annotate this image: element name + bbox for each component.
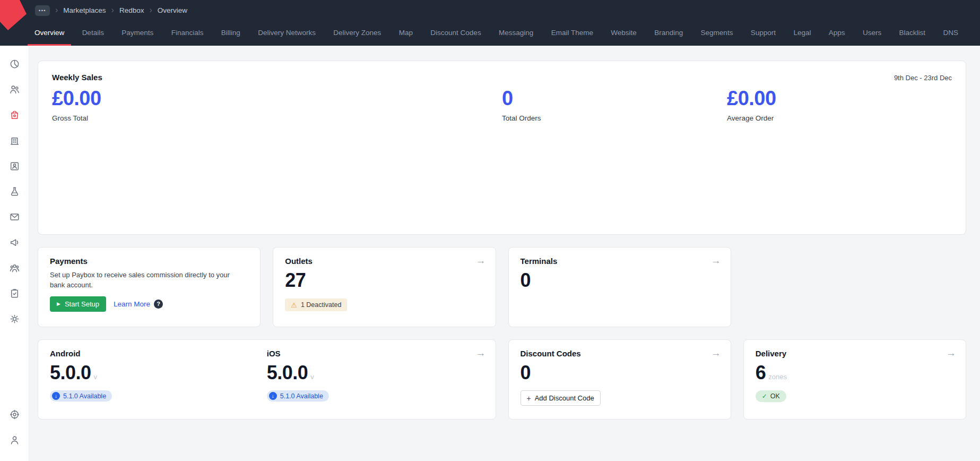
stat-average-order: £0.00 Average Order	[727, 87, 952, 122]
arrow-right-icon[interactable]: →	[476, 348, 486, 358]
tab-discount-codes[interactable]: Discount Codes	[423, 21, 488, 46]
cards-row-1: Payments Set up Paybox to receive sales …	[38, 247, 966, 327]
tab-map[interactable]: Map	[392, 21, 420, 46]
tab-overview[interactable]: Overview	[28, 21, 71, 46]
ellipsis-menu-button[interactable]: •••	[35, 5, 50, 16]
total-orders-label: Total Orders	[502, 114, 727, 122]
arrow-right-icon[interactable]: →	[711, 255, 721, 266]
customers-icon[interactable]	[4, 155, 24, 176]
franchises-icon[interactable]	[4, 79, 24, 100]
tab-segments[interactable]: Segments	[694, 21, 740, 46]
weekly-sales-card: Weekly Sales 9th Dec - 23rd Dec £0.00 Gr…	[38, 61, 966, 235]
marketplaces-icon[interactable]	[4, 104, 24, 125]
android-title: Android	[50, 349, 267, 358]
tab-delivery-networks[interactable]: Delivery Networks	[251, 21, 323, 46]
payments-title: Payments	[50, 257, 248, 266]
apps-versions-card: Android 5.0.0 v ↓ 5.1.0 Available iOS 5.…	[38, 339, 496, 420]
ios-version-suffix: v	[310, 373, 314, 384]
tasks-icon[interactable]	[4, 283, 24, 304]
tab-users[interactable]: Users	[856, 21, 888, 46]
tab-messaging[interactable]: Messaging	[492, 21, 540, 46]
tab-billing[interactable]: Billing	[214, 21, 247, 46]
icon-sidebar	[0, 46, 29, 461]
delivery-status-label: OK	[770, 392, 780, 400]
chevron-right-icon: ›	[111, 6, 114, 15]
tab-delivery-zones[interactable]: Delivery Zones	[326, 21, 388, 46]
organisations-icon[interactable]	[4, 130, 24, 151]
tab-blacklist[interactable]: Blacklist	[892, 21, 933, 46]
gross-total-label: Gross Total	[52, 114, 277, 122]
delivery-zones-count: 6	[756, 362, 766, 384]
download-icon: ↓	[52, 392, 60, 400]
android-update-label: 5.1.0 Available	[63, 392, 106, 400]
warning-icon: ⚠	[291, 302, 297, 309]
main-content: Weekly Sales 9th Dec - 23rd Dec £0.00 Gr…	[29, 46, 980, 461]
developer-target-icon[interactable]	[4, 404, 24, 425]
start-setup-button[interactable]: ▶ Start Setup	[50, 296, 106, 312]
cards-row-2: Android 5.0.0 v ↓ 5.1.0 Available iOS 5.…	[38, 339, 966, 420]
delivery-zones-unit: zones	[768, 373, 787, 384]
terminals-title: Terminals	[521, 257, 719, 266]
ios-update-badge[interactable]: ↓ 5.1.0 Available	[267, 390, 329, 402]
android-version-suffix: v	[94, 373, 98, 384]
total-orders-value: 0	[502, 87, 727, 110]
ios-title: iOS	[267, 349, 484, 358]
arrow-right-icon[interactable]: →	[946, 348, 956, 358]
average-order-value: £0.00	[727, 87, 952, 110]
teams-icon[interactable]	[4, 257, 24, 278]
tab-dns[interactable]: DNS	[936, 21, 965, 46]
tab-payments[interactable]: Payments	[115, 21, 160, 46]
payments-description: Set up Paybox to receive sales commissio…	[50, 270, 241, 291]
discount-codes-title: Discount Codes	[521, 349, 719, 358]
learn-more-link[interactable]: Learn More ?	[114, 300, 163, 309]
account-profile-icon[interactable]	[4, 429, 24, 450]
settings-gear-icon[interactable]	[4, 308, 24, 329]
tab-legal[interactable]: Legal	[786, 21, 818, 46]
tab-financials[interactable]: Financials	[164, 21, 211, 46]
tab-apps[interactable]: Apps	[822, 21, 852, 46]
tab-website[interactable]: Website	[604, 21, 644, 46]
tab-email-theme[interactable]: Email Theme	[544, 21, 600, 46]
app-header: ••• › Marketplaces › Redbox › Overview O…	[0, 0, 980, 46]
breadcrumb-overview[interactable]: Overview	[158, 6, 187, 14]
ios-version: 5.0.0	[267, 362, 308, 384]
announcements-icon[interactable]	[4, 232, 24, 253]
deactivated-badge-label: 1 Deactivated	[301, 301, 341, 309]
weekly-sales-date-range: 9th Dec - 23rd Dec	[894, 74, 952, 82]
messages-icon[interactable]	[4, 206, 24, 227]
payments-card: Payments Set up Paybox to receive sales …	[38, 247, 261, 327]
add-discount-code-button[interactable]: + Add Discount Code	[521, 390, 601, 406]
breadcrumb-redbox[interactable]: Redbox	[119, 6, 144, 14]
terminals-count: 0	[521, 269, 719, 292]
outlets-card: Outlets → 27 ⚠ 1 Deactivated	[273, 247, 496, 327]
play-icon: ▶	[57, 302, 60, 306]
delivery-card: Delivery → 6 zones ✓ OK	[743, 339, 966, 420]
arrow-right-icon[interactable]: →	[711, 348, 721, 358]
chevron-right-icon: ›	[55, 6, 58, 15]
android-version: 5.0.0	[50, 362, 91, 384]
average-order-label: Average Order	[727, 114, 952, 122]
weekly-sales-stats: £0.00 Gross Total 0 Total Orders £0.00 A…	[52, 87, 952, 122]
plus-icon: +	[527, 395, 531, 402]
breadcrumb-bar: ••• › Marketplaces › Redbox › Overview	[0, 0, 980, 21]
delivery-status-badge: ✓ OK	[756, 390, 786, 402]
tab-branding[interactable]: Branding	[647, 21, 690, 46]
stat-gross-total: £0.00 Gross Total	[52, 87, 277, 122]
add-discount-code-label: Add Discount Code	[535, 394, 594, 402]
learn-more-label: Learn More	[114, 300, 150, 308]
outlets-title: Outlets	[285, 257, 483, 266]
deactivated-badge: ⚠ 1 Deactivated	[285, 298, 347, 311]
labs-icon[interactable]	[4, 181, 24, 202]
help-question-icon[interactable]: ?	[154, 300, 163, 309]
check-icon: ✓	[762, 393, 767, 399]
arrow-right-icon[interactable]: →	[476, 255, 486, 266]
discount-codes-card: Discount Codes → 0 + Add Discount Code	[508, 339, 731, 420]
ios-update-label: 5.1.0 Available	[280, 392, 323, 400]
tab-support[interactable]: Support	[744, 21, 783, 46]
breadcrumb-marketplaces[interactable]: Marketplaces	[63, 6, 106, 14]
android-update-badge[interactable]: ↓ 5.1.0 Available	[50, 390, 112, 402]
chevron-right-icon: ›	[149, 6, 152, 15]
tab-details[interactable]: Details	[75, 21, 111, 46]
terminals-card: Terminals → 0	[508, 247, 731, 327]
dashboard-icon[interactable]	[4, 53, 24, 74]
